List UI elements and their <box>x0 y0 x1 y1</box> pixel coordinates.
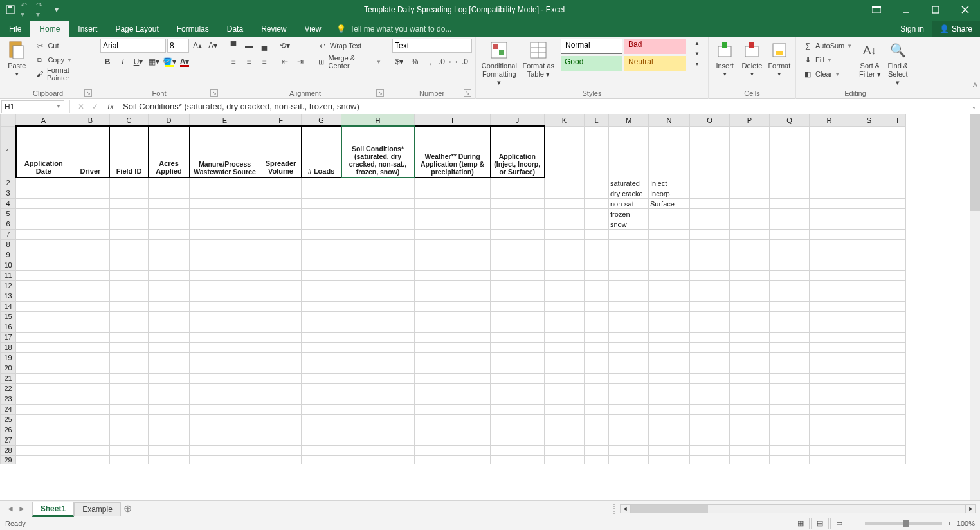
cell-A10[interactable] <box>16 260 71 270</box>
cell-E8[interactable] <box>190 239 260 250</box>
col-header-K[interactable]: K <box>545 114 585 126</box>
new-sheet-button[interactable]: ⊕ <box>121 502 135 515</box>
cell-A26[interactable] <box>16 425 71 435</box>
cell-C22[interactable] <box>110 383 149 394</box>
cell-C4[interactable] <box>110 198 149 208</box>
cell-J20[interactable] <box>491 363 545 373</box>
cell-E12[interactable] <box>190 280 260 291</box>
cell-L8[interactable] <box>585 239 609 250</box>
cell-R4[interactable] <box>810 198 849 208</box>
cell-J29[interactable] <box>491 455 545 464</box>
cell-S5[interactable] <box>849 208 889 219</box>
cell-J10[interactable] <box>491 260 545 270</box>
cell-J27[interactable] <box>491 435 545 445</box>
cell-L3[interactable] <box>585 188 609 198</box>
cell-A18[interactable] <box>16 342 71 352</box>
cell-B20[interactable] <box>71 363 110 373</box>
cell-T7[interactable] <box>889 229 906 239</box>
cell-T21[interactable] <box>889 373 906 383</box>
cell-I28[interactable] <box>415 445 491 455</box>
cell-Q13[interactable] <box>770 291 810 301</box>
cell-R14[interactable] <box>810 301 849 311</box>
cell-R26[interactable] <box>810 425 849 435</box>
cell-G29[interactable] <box>302 455 341 464</box>
cell-A13[interactable] <box>16 291 71 301</box>
expand-formula-bar-icon[interactable]: ⌄ <box>968 104 980 110</box>
cell-R9[interactable] <box>810 250 849 260</box>
cell-T8[interactable] <box>889 239 906 250</box>
accounting-format-button[interactable]: $▾ <box>392 55 406 69</box>
cell-B3[interactable] <box>71 188 110 198</box>
cell-N25[interactable] <box>649 414 690 425</box>
row-header-27[interactable]: 27 <box>1 435 16 445</box>
cell-C19[interactable] <box>110 352 149 363</box>
clear-button[interactable]: ◧Clear▼ <box>800 67 855 81</box>
cell-F19[interactable] <box>260 352 302 363</box>
cell-I22[interactable] <box>415 383 491 394</box>
cell-T14[interactable] <box>889 301 906 311</box>
cell-E2[interactable] <box>190 178 260 188</box>
formula-input[interactable]: Soil Conditions* (saturated, dry cracked… <box>119 102 968 111</box>
cell-G27[interactable] <box>302 435 341 445</box>
cell-M25[interactable] <box>609 414 649 425</box>
cell-P13[interactable] <box>730 291 770 301</box>
cell-E25[interactable] <box>190 414 260 425</box>
cell-P7[interactable] <box>730 229 770 239</box>
cell-C13[interactable] <box>110 291 149 301</box>
cell-F24[interactable] <box>260 404 302 414</box>
cell-D6[interactable] <box>149 219 190 229</box>
cell-N6[interactable] <box>649 219 690 229</box>
cell-F21[interactable] <box>260 373 302 383</box>
cell-C9[interactable] <box>110 250 149 260</box>
col-header-E[interactable]: E <box>190 114 260 126</box>
cell-L9[interactable] <box>585 250 609 260</box>
format-painter-button[interactable]: 🖌Format Painter <box>32 67 92 81</box>
sign-in-button[interactable]: Sign in <box>893 21 932 37</box>
cell-A5[interactable] <box>16 208 71 219</box>
align-center-button[interactable]: ≡ <box>242 55 256 69</box>
cell-S8[interactable] <box>849 239 889 250</box>
align-right-button[interactable]: ≡ <box>257 55 271 69</box>
cell-O24[interactable] <box>690 404 730 414</box>
increase-decimal-button[interactable]: .0→ <box>439 55 453 69</box>
col-header-D[interactable]: D <box>149 114 190 126</box>
cell-F7[interactable] <box>260 229 302 239</box>
cell-A15[interactable] <box>16 311 71 322</box>
cell-J6[interactable] <box>491 219 545 229</box>
cell-C26[interactable] <box>110 425 149 435</box>
col-header-N[interactable]: N <box>649 114 690 126</box>
cell-B24[interactable] <box>71 404 110 414</box>
cell-K26[interactable] <box>545 425 585 435</box>
cell-L15[interactable] <box>585 311 609 322</box>
cell-D15[interactable] <box>149 311 190 322</box>
cell-T23[interactable] <box>889 394 906 404</box>
cell-D12[interactable] <box>149 280 190 291</box>
cell-Q1[interactable] <box>770 126 810 178</box>
cell-O13[interactable] <box>690 291 730 301</box>
cell-H4[interactable] <box>341 198 415 208</box>
cell-T19[interactable] <box>889 352 906 363</box>
col-header-B[interactable]: B <box>71 114 110 126</box>
find-select-button[interactable]: 🔍Find &Select ▾ <box>885 39 911 87</box>
name-box[interactable]: H1▼ <box>1 100 64 113</box>
cell-N10[interactable] <box>649 260 690 270</box>
cell-C17[interactable] <box>110 332 149 342</box>
cell-R19[interactable] <box>810 352 849 363</box>
cell-H5[interactable] <box>341 208 415 219</box>
cell-L26[interactable] <box>585 425 609 435</box>
cell-C21[interactable] <box>110 373 149 383</box>
cell-A3[interactable] <box>16 188 71 198</box>
cell-T25[interactable] <box>889 414 906 425</box>
cell-G3[interactable] <box>302 188 341 198</box>
cell-B15[interactable] <box>71 311 110 322</box>
font-name-combo[interactable] <box>100 39 166 53</box>
cell-T15[interactable] <box>889 311 906 322</box>
row-header-8[interactable]: 8 <box>1 239 16 250</box>
cell-B1[interactable]: Driver <box>71 126 110 178</box>
cell-T12[interactable] <box>889 280 906 291</box>
share-button[interactable]: 👤 Share <box>932 21 980 37</box>
cell-T10[interactable] <box>889 260 906 270</box>
style-neutral[interactable]: Neutral <box>624 56 686 71</box>
cell-T5[interactable] <box>889 208 906 219</box>
font-size-combo[interactable] <box>167 39 189 53</box>
